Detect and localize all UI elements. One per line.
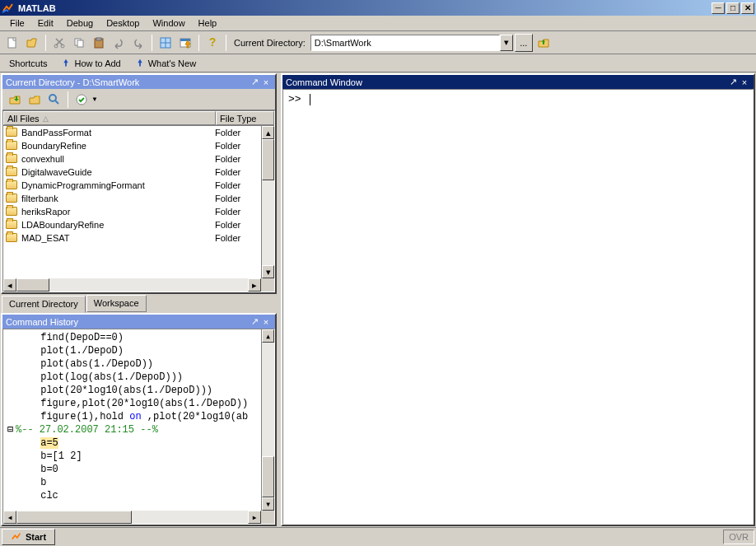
history-line[interactable]: find(DepoD==0) — [5, 331, 259, 344]
scroll-left-button[interactable]: ◂ — [3, 511, 16, 524]
minimize-button[interactable]: ─ — [712, 2, 725, 14]
scroll-up-button[interactable]: ▴ — [262, 329, 274, 343]
browse-button[interactable]: ... — [515, 34, 533, 52]
open-file-button[interactable] — [23, 34, 41, 52]
scroll-right-button[interactable]: ▸ — [248, 278, 261, 292]
col-allfiles[interactable]: All Files△ — [3, 111, 216, 125]
history-line[interactable]: a=5 — [5, 436, 259, 450]
curdir-panel-title: Current Directory - D:\SmartWork — [6, 77, 139, 87]
close-panel-button[interactable]: × — [739, 77, 750, 87]
file-type: Folder — [215, 233, 240, 243]
menu-help[interactable]: Help — [192, 16, 224, 30]
file-row[interactable]: DigitalwaveGuideFolder — [3, 166, 261, 179]
menu-debug[interactable]: Debug — [60, 16, 100, 30]
howto-shortcut[interactable]: How to Add — [54, 55, 126, 72]
find-button[interactable] — [45, 91, 63, 109]
col-filetype[interactable]: File Type — [216, 111, 274, 125]
shortcuts-label: Shortcuts — [3, 56, 53, 71]
svg-rect-9 — [180, 39, 190, 41]
history-line[interactable]: plot(log(abs(1./DepoD))) — [5, 371, 259, 384]
svg-text:?: ? — [209, 36, 217, 49]
file-row[interactable]: convexhullFolder — [3, 152, 261, 166]
undo-button[interactable] — [110, 34, 128, 52]
file-row[interactable]: LDABoundaryRefineFolder — [3, 218, 261, 231]
close-panel-button[interactable]: × — [260, 316, 272, 327]
copy-button[interactable] — [70, 34, 88, 52]
history-line[interactable]: b=[1 2] — [5, 450, 259, 463]
file-name: convexhull — [21, 154, 215, 164]
close-button[interactable]: ✕ — [741, 2, 754, 14]
history-line[interactable]: clc — [5, 489, 259, 502]
horizontal-scrollbar[interactable]: ◂ ▸ — [3, 278, 261, 292]
scroll-corner — [261, 278, 274, 292]
file-row[interactable]: filterbankFolder — [3, 192, 261, 205]
undock-button[interactable]: ↗ — [727, 77, 739, 87]
curdir-input[interactable] — [310, 35, 500, 51]
help-button[interactable]: ? — [203, 34, 222, 52]
tree-collapse-icon[interactable]: ⊟ — [5, 423, 16, 436]
app-icon — [2, 2, 15, 15]
file-type: Folder — [215, 167, 240, 177]
up-level-button[interactable] — [6, 91, 24, 109]
scroll-up-button[interactable]: ▴ — [262, 126, 274, 139]
paste-button[interactable] — [90, 34, 108, 52]
scroll-down-button[interactable]: ▾ — [262, 265, 274, 278]
menu-window[interactable]: Window — [146, 16, 191, 30]
shortcuts-bar: Shortcuts How to Add What's New — [0, 54, 756, 72]
file-name: BandPassFormat — [21, 128, 215, 138]
command-history-panel: Command History ↗ × find(DepoD==0) plot(… — [1, 313, 277, 526]
guide-button[interactable] — [176, 34, 194, 52]
history-line[interactable]: ⊟%-- 27.02.2007 21:15 --% — [5, 423, 259, 436]
file-row[interactable]: BandPassFormatFolder — [3, 126, 261, 139]
history-line[interactable]: b — [5, 476, 259, 489]
up-folder-button[interactable] — [534, 34, 553, 52]
file-name: BoundaryRefine — [21, 141, 215, 151]
file-type: Folder — [215, 180, 240, 190]
command-window-body[interactable]: >> — [282, 89, 754, 525]
report-button[interactable] — [72, 91, 91, 109]
dropdown-arrow-icon[interactable]: ▼ — [91, 96, 98, 103]
undock-button[interactable]: ↗ — [249, 77, 260, 87]
vertical-scrollbar[interactable]: ▴ ▾ — [261, 329, 274, 511]
file-type: Folder — [215, 194, 240, 203]
menu-edit[interactable]: Edit — [31, 16, 60, 30]
separator — [45, 35, 46, 51]
start-button[interactable]: Start — [2, 529, 55, 545]
horizontal-scrollbar[interactable]: ◂ ▸ — [3, 511, 261, 524]
file-row[interactable]: DynamicProgrammingFormantFolder — [3, 179, 261, 192]
undock-button[interactable]: ↗ — [249, 316, 260, 327]
file-row[interactable]: heriksRaporFolder — [3, 205, 261, 218]
cut-button[interactable] — [50, 34, 68, 52]
close-panel-button[interactable]: × — [260, 77, 272, 87]
history-line[interactable]: figure(1),hold on ,plot(20*log10(ab — [5, 410, 259, 423]
folder-icon — [6, 154, 19, 165]
tab-workspace[interactable]: Workspace — [86, 295, 147, 312]
menu-file[interactable]: File — [3, 16, 31, 30]
history-line[interactable]: plot(1./DepoD) — [5, 344, 259, 357]
main-toolbar: ? Current Directory: ▾ ... — [0, 31, 756, 54]
file-row[interactable]: MAD_ESATFolder — [3, 231, 261, 245]
scroll-down-button[interactable]: ▾ — [262, 497, 274, 511]
scroll-left-button[interactable]: ◂ — [3, 278, 16, 292]
file-row[interactable]: BoundaryRefineFolder — [3, 139, 261, 152]
tab-current-directory[interactable]: Current Directory — [2, 296, 86, 313]
file-type: Folder — [215, 207, 240, 217]
scroll-right-button[interactable]: ▸ — [248, 511, 261, 524]
history-line[interactable]: plot(20*log10(abs(1./DepoD))) — [5, 384, 259, 397]
whatsnew-shortcut[interactable]: What's New — [128, 55, 202, 72]
new-folder-button[interactable] — [26, 91, 44, 109]
history-body[interactable]: find(DepoD==0) plot(1./DepoD) plot(abs(1… — [2, 329, 275, 525]
history-line[interactable]: figure,plot(20*log10(abs(1./DepoD)) — [5, 397, 259, 410]
new-file-button[interactable] — [3, 34, 21, 52]
menu-desktop[interactable]: Desktop — [100, 16, 146, 30]
simulink-button[interactable] — [156, 34, 175, 52]
maximize-button[interactable]: □ — [726, 2, 740, 14]
left-column: Current Directory - D:\SmartWork ↗ × ▼ A… — [0, 72, 280, 527]
redo-button[interactable] — [129, 34, 147, 52]
menu-bar: File Edit Debug Desktop Window Help — [0, 16, 756, 31]
history-line[interactable]: b=0 — [5, 463, 259, 476]
vertical-scrollbar[interactable]: ▴ ▾ — [261, 126, 274, 278]
history-line[interactable]: plot(abs(1./DepoD)) — [5, 357, 259, 371]
separator — [226, 35, 226, 51]
curdir-dropdown-button[interactable]: ▾ — [500, 35, 513, 51]
